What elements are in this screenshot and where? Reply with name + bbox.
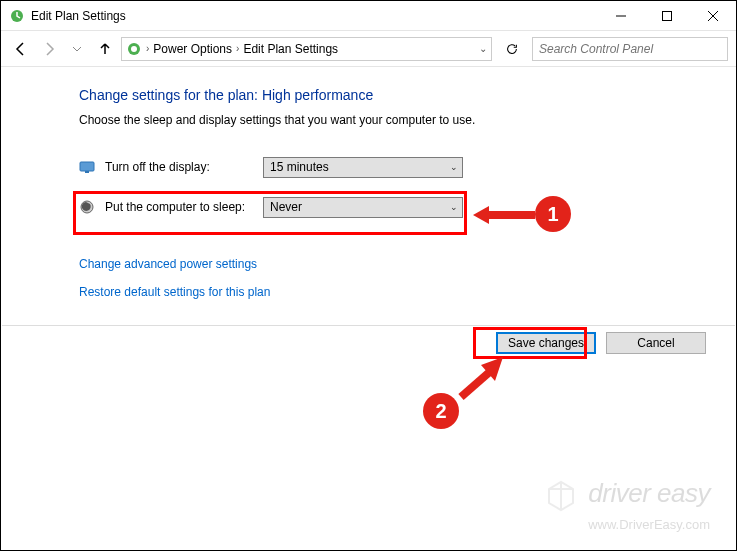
advanced-settings-link[interactable]: Change advanced power settings: [79, 257, 736, 271]
window-title: Edit Plan Settings: [31, 9, 598, 23]
breadcrumb-item-edit-plan[interactable]: Edit Plan Settings: [239, 42, 342, 56]
svg-rect-7: [80, 162, 94, 171]
annotation-arrow-2: [455, 357, 503, 401]
recent-dropdown[interactable]: [65, 37, 89, 61]
breadcrumb-item-power-options[interactable]: Power Options: [149, 42, 236, 56]
sleep-value: Never: [270, 200, 302, 214]
maximize-button[interactable]: [644, 1, 690, 30]
refresh-button[interactable]: [500, 37, 524, 61]
divider: [2, 325, 735, 326]
breadcrumb[interactable]: › Power Options › Edit Plan Settings ⌄: [121, 37, 492, 61]
display-label: Turn off the display:: [105, 160, 263, 174]
links-section: Change advanced power settings Restore d…: [79, 257, 736, 299]
display-dropdown[interactable]: 15 minutes ⌄: [263, 157, 463, 178]
close-button[interactable]: [690, 1, 736, 30]
search-input[interactable]: [539, 42, 721, 56]
display-icon: [79, 159, 95, 175]
sleep-icon: [79, 199, 95, 215]
back-button[interactable]: [9, 37, 33, 61]
display-value: 15 minutes: [270, 160, 329, 174]
forward-button[interactable]: [37, 37, 61, 61]
titlebar: Edit Plan Settings: [1, 1, 736, 31]
watermark: driver easy www.DriverEasy.com: [544, 478, 710, 532]
cancel-button[interactable]: Cancel: [606, 332, 706, 354]
minimize-button[interactable]: [598, 1, 644, 30]
power-options-icon: [126, 41, 142, 57]
svg-marker-11: [473, 206, 489, 224]
app-icon: [9, 8, 25, 24]
search-box[interactable]: [532, 37, 728, 61]
annotation-arrow-1: [473, 206, 535, 224]
sleep-setting-row: Put the computer to sleep: Never ⌄: [79, 195, 736, 219]
annotation-step-2: 2: [423, 393, 459, 429]
page-heading: Change settings for the plan: High perfo…: [79, 87, 736, 103]
restore-defaults-link[interactable]: Restore default settings for this plan: [79, 285, 736, 299]
sleep-label: Put the computer to sleep:: [105, 200, 263, 214]
window-buttons: [598, 1, 736, 30]
watermark-logo-icon: [544, 479, 578, 517]
svg-rect-8: [85, 171, 89, 173]
button-row: Save changes Cancel: [496, 332, 706, 354]
content-area: Change settings for the plan: High perfo…: [1, 67, 736, 299]
page-subtext: Choose the sleep and display settings th…: [79, 113, 736, 127]
chevron-down-icon: ⌄: [450, 162, 458, 172]
annotation-step-1: 1: [535, 196, 571, 232]
svg-point-6: [131, 46, 137, 52]
svg-rect-2: [663, 11, 672, 20]
save-button[interactable]: Save changes: [496, 332, 596, 354]
toolbar: › Power Options › Edit Plan Settings ⌄: [1, 31, 736, 67]
sleep-dropdown[interactable]: Never ⌄: [263, 197, 463, 218]
watermark-url: www.DriverEasy.com: [544, 517, 710, 532]
up-button[interactable]: [93, 37, 117, 61]
watermark-brand: driver easy: [588, 478, 710, 508]
display-setting-row: Turn off the display: 15 minutes ⌄: [79, 155, 736, 179]
chevron-down-icon[interactable]: ⌄: [479, 43, 487, 54]
chevron-down-icon: ⌄: [450, 202, 458, 212]
